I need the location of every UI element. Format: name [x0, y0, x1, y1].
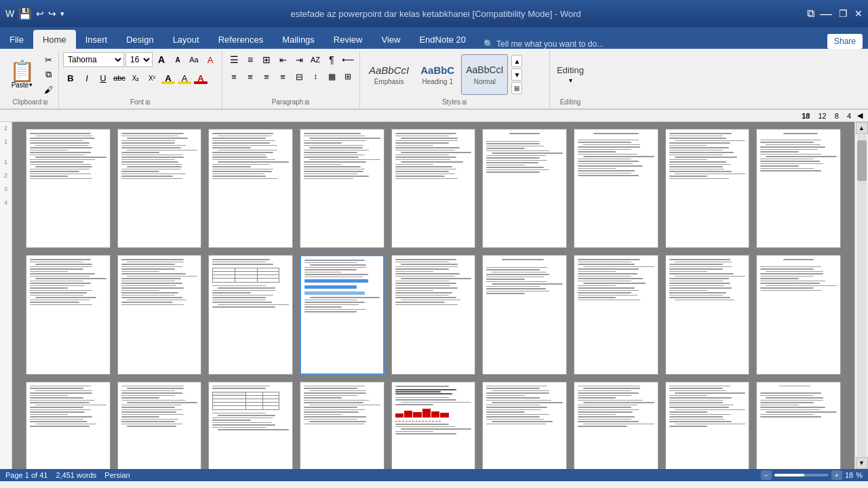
bullet-list-button[interactable]: ☰ — [226, 52, 241, 67]
copy-button[interactable]: ⧉ — [41, 68, 56, 81]
page-21[interactable] — [208, 382, 293, 469]
zoom-in-button[interactable]: + — [831, 470, 842, 480]
line-spacing-button[interactable]: ↕ — [308, 69, 323, 84]
shading-button[interactable]: ▦ — [324, 69, 339, 84]
page-18[interactable] — [756, 255, 841, 374]
scroll-down-button[interactable]: ▼ — [856, 457, 868, 469]
page-19[interactable] — [26, 382, 111, 469]
increase-indent-button[interactable]: ⇥ — [292, 52, 307, 67]
style-heading1[interactable]: AaBbC Heading 1 — [416, 54, 459, 95]
justify-button[interactable]: ≡ — [275, 69, 290, 84]
sort-button[interactable]: AZ — [308, 52, 323, 67]
tab-layout[interactable]: Layout — [163, 30, 209, 49]
page-6[interactable] — [482, 129, 567, 248]
align-center-button[interactable]: ≡ — [243, 69, 258, 84]
page-26[interactable] — [665, 382, 750, 469]
format-painter-button[interactable]: 🖌 — [41, 83, 56, 96]
page-24[interactable] — [482, 382, 567, 469]
scroll-thumb[interactable] — [857, 140, 867, 181]
highlight-button[interactable]: A — [177, 70, 192, 85]
page-23[interactable] — [391, 382, 476, 469]
tab-review[interactable]: Review — [324, 30, 372, 49]
maximize-button[interactable]: ❐ — [839, 8, 848, 19]
zoom-chevron-left[interactable]: ◀ — [857, 111, 863, 120]
close-button[interactable]: ✕ — [854, 8, 863, 19]
styles-dialog-icon[interactable]: ⊞ — [462, 99, 467, 106]
tab-endnote[interactable]: EndNote 20 — [410, 30, 475, 49]
zoom-8-button[interactable]: 8 — [833, 112, 841, 120]
paragraph-expand-icon[interactable]: ⊞ — [304, 99, 310, 106]
styles-scroll-up[interactable]: ▲ — [511, 55, 522, 67]
page-11[interactable] — [117, 255, 202, 374]
strikethrough-button[interactable]: abc — [112, 70, 127, 85]
scroll-track[interactable] — [857, 135, 867, 456]
page-20[interactable] — [117, 382, 202, 469]
minimize-button[interactable]: — — [820, 7, 832, 21]
bold-button[interactable]: B — [63, 70, 78, 85]
font-shrink-button[interactable]: A — [170, 52, 185, 67]
text-color-button[interactable]: A — [193, 70, 208, 85]
clear-format-button[interactable]: A — [203, 52, 218, 67]
page-9[interactable] — [756, 129, 841, 248]
document-area[interactable] — [12, 122, 854, 469]
page-3[interactable] — [208, 129, 293, 248]
align-right-button[interactable]: ≡ — [259, 69, 274, 84]
font-size-select[interactable]: 16 — [125, 52, 153, 67]
font-family-select[interactable]: Tahoma — [63, 52, 124, 67]
page-12[interactable] — [208, 255, 293, 374]
column-button[interactable]: ⊟ — [292, 69, 307, 84]
redo-button[interactable]: ↪ — [48, 8, 56, 19]
change-case-button[interactable]: Aa — [186, 52, 201, 67]
page-8[interactable] — [665, 129, 750, 248]
decrease-indent-button[interactable]: ⇤ — [275, 52, 290, 67]
page-10[interactable] — [26, 255, 111, 374]
scroll-up-button[interactable]: ▲ — [856, 122, 868, 134]
editing-label[interactable]: Editing — [557, 65, 584, 75]
superscript-button[interactable]: X² — [144, 70, 159, 85]
subscript-button[interactable]: X₂ — [128, 70, 143, 85]
page-25[interactable] — [574, 382, 658, 469]
page-16[interactable] — [574, 255, 658, 374]
zoom-4-button[interactable]: 4 — [845, 112, 853, 120]
page-27[interactable] — [756, 382, 841, 469]
scrollbar[interactable]: ▲ ▼ — [854, 122, 868, 469]
paste-button[interactable]: 📋 Paste ▾ — [5, 60, 39, 90]
tab-references[interactable]: References — [209, 30, 273, 49]
tab-file[interactable]: File — [0, 30, 33, 49]
window-mode-icon[interactable]: ⧉ — [807, 7, 814, 20]
page-1[interactable] — [26, 129, 111, 248]
styles-expand[interactable]: ⊞ — [511, 82, 522, 94]
save-button[interactable]: 💾 — [18, 7, 32, 20]
page-14[interactable] — [391, 255, 476, 374]
tab-insert[interactable]: Insert — [76, 30, 117, 49]
editing-dropdown-icon[interactable]: ▾ — [569, 77, 572, 84]
font-color-button[interactable]: A — [161, 70, 176, 85]
tab-mailings[interactable]: Mailings — [273, 30, 324, 49]
underline-button[interactable]: U — [96, 70, 111, 85]
font-expand-icon[interactable]: ⊞ — [145, 99, 151, 106]
multilevel-list-button[interactable]: ⊞ — [259, 52, 274, 67]
page-4[interactable] — [300, 129, 384, 248]
tab-home[interactable]: Home — [33, 30, 76, 49]
rtl-button[interactable]: ⟵ — [340, 52, 355, 67]
show-paragraph-button[interactable]: ¶ — [324, 52, 339, 67]
zoom-slider[interactable] — [774, 474, 829, 476]
share-button[interactable]: Share — [827, 34, 863, 49]
cut-button[interactable]: ✂ — [41, 53, 56, 66]
undo-button[interactable]: ↩ — [36, 8, 44, 19]
style-normal[interactable]: AaBbCcI Normal — [461, 54, 508, 95]
page-17[interactable] — [665, 255, 750, 374]
styles-scroll-down[interactable]: ▼ — [511, 68, 522, 81]
zoom-12-button[interactable]: 12 — [816, 112, 829, 120]
tell-me-bar[interactable]: 🔍 Tell me what you want to do... — [475, 39, 827, 49]
page-15[interactable] — [482, 255, 567, 374]
tab-view[interactable]: View — [372, 30, 410, 49]
tab-design[interactable]: Design — [117, 30, 163, 49]
page-22[interactable] — [300, 382, 384, 469]
page-7[interactable] — [574, 129, 658, 248]
page-5[interactable] — [391, 129, 476, 248]
zoom-out-button[interactable]: − — [761, 470, 772, 480]
numbered-list-button[interactable]: ≡ — [243, 52, 258, 67]
page-2[interactable] — [117, 129, 202, 248]
clipboard-expand-icon[interactable]: ⊞ — [43, 99, 48, 106]
